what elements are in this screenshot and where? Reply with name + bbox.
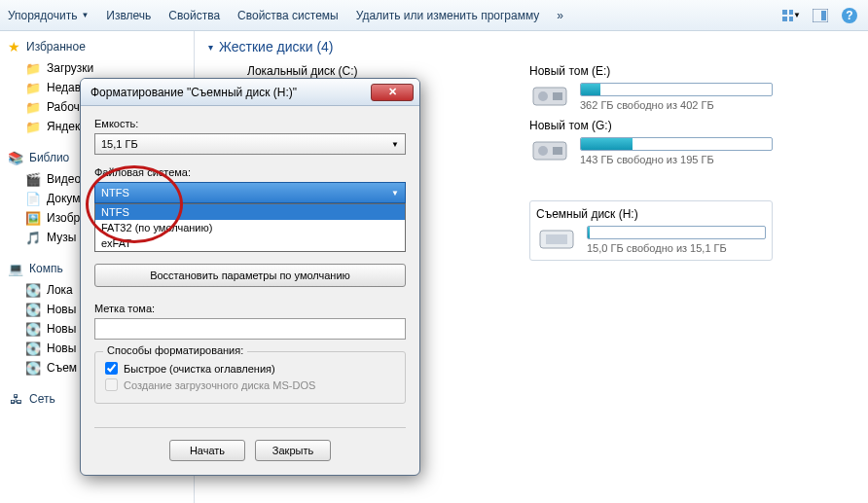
- fs-option-exfat[interactable]: exFAT: [95, 235, 405, 251]
- drive-name: Съемный диск (H:): [536, 207, 766, 221]
- folder-icon: 📁: [25, 80, 41, 95]
- properties-button[interactable]: Свойства: [168, 9, 220, 22]
- star-icon: ★: [8, 39, 20, 54]
- document-icon: 📄: [25, 191, 41, 206]
- system-properties-button[interactable]: Свойства системы: [237, 9, 339, 22]
- svg-rect-15: [546, 234, 567, 244]
- uninstall-button[interactable]: Удалить или изменить программу: [356, 9, 540, 22]
- svg-rect-5: [821, 11, 826, 20]
- drive-usage-bar: [580, 137, 773, 151]
- drive-g[interactable]: Новый том (G:) 143 ГБ свободно из 195 ГБ: [529, 119, 773, 165]
- folder-icon: 📁: [25, 99, 41, 115]
- volume-label-label: Метка тома:: [94, 303, 406, 314]
- removable-drive-icon: [536, 225, 577, 254]
- drive-icon: 💽: [25, 302, 41, 317]
- svg-rect-13: [553, 147, 562, 155]
- sidebar-favorites[interactable]: ★Избранное: [8, 39, 194, 54]
- msdos-boot-label: Создание загрузочного диска MS-DOS: [124, 379, 315, 391]
- chevron-down-icon: ▼: [81, 11, 89, 19]
- close-icon: ✕: [388, 86, 397, 98]
- music-icon: 🎵: [25, 230, 41, 245]
- svg-rect-10: [553, 92, 562, 100]
- fs-option-ntfs[interactable]: NTFS: [95, 204, 405, 220]
- capacity-label: Емкость:: [94, 118, 406, 129]
- volume-label-input[interactable]: [94, 318, 406, 340]
- close-button[interactable]: ✕: [371, 84, 414, 101]
- drive-icon: 💽: [25, 341, 41, 356]
- sidebar-item-downloads[interactable]: 📁Загрузки: [8, 58, 194, 78]
- filesystem-label: Файловая система:: [94, 166, 406, 178]
- drive-name: Новый том (G:): [529, 119, 773, 132]
- svg-text:?: ?: [846, 9, 852, 22]
- toolbar: Упорядочить▼ Извлечь Свойства Свойства с…: [0, 0, 868, 31]
- chevron-down-icon: ▼: [391, 140, 399, 149]
- help-icon[interactable]: ?: [839, 5, 860, 26]
- folder-icon: 📁: [25, 60, 41, 76]
- svg-point-12: [538, 146, 548, 156]
- computer-icon: 💻: [8, 261, 23, 276]
- hdd-icon: [529, 136, 570, 165]
- hdd-section-header[interactable]: ▾Жесткие диски (4): [208, 39, 854, 54]
- filesystem-select[interactable]: NTFS▼: [94, 182, 406, 203]
- dialog-titlebar[interactable]: Форматирование "Съемный диск (H:)" ✕: [81, 79, 419, 106]
- drive-e[interactable]: Новый том (E:) 362 ГБ свободно из 402 ГБ: [529, 64, 773, 111]
- drive-free-text: 143 ГБ свободно из 195 ГБ: [580, 154, 773, 165]
- dialog-divider: [94, 427, 406, 428]
- drive-icon: 💽: [25, 360, 41, 376]
- drive-icon: 💽: [25, 321, 41, 337]
- dialog-title-text: Форматирование "Съемный диск (H:)": [90, 86, 297, 99]
- format-options-title: Способы форматирования:: [103, 344, 247, 356]
- fs-option-fat32[interactable]: FAT32 (по умолчанию): [95, 220, 405, 235]
- msdos-boot-checkbox: [105, 378, 118, 391]
- format-options-group: Способы форматирования: Быстрое (очистка…: [94, 351, 406, 404]
- start-button[interactable]: Начать: [169, 440, 245, 461]
- close-dialog-button[interactable]: Закрыть: [255, 440, 331, 461]
- extract-button[interactable]: Извлечь: [106, 9, 151, 22]
- drive-usage-bar: [587, 226, 766, 239]
- quick-format-label: Быстрое (очистка оглавления): [124, 363, 275, 375]
- capacity-select[interactable]: 15,1 ГБ▼: [94, 133, 406, 155]
- organize-menu[interactable]: Упорядочить▼: [8, 9, 89, 22]
- drive-name: Локальный диск (C:): [247, 64, 490, 78]
- folder-icon: 📁: [25, 119, 41, 134]
- video-icon: 🎬: [25, 171, 41, 187]
- drive-free-text: 15,0 ГБ свободно из 15,1 ГБ: [587, 242, 766, 254]
- drive-usage-bar: [580, 83, 773, 96]
- chevron-down-icon: ▼: [391, 189, 399, 198]
- format-dialog: Форматирование "Съемный диск (H:)" ✕ Емк…: [80, 78, 420, 476]
- library-icon: 📚: [8, 150, 23, 165]
- restore-defaults-button[interactable]: Восстановить параметры по умолчанию: [94, 264, 406, 287]
- picture-icon: 🖼️: [25, 210, 41, 226]
- svg-point-9: [538, 91, 548, 101]
- drive-name: Новый том (E:): [529, 64, 773, 78]
- filesystem-dropdown: NTFS FAT32 (по умолчанию) exFAT: [94, 203, 406, 252]
- quick-format-checkbox[interactable]: [105, 362, 118, 375]
- chevron-down-icon: ▾: [208, 42, 213, 53]
- view-options-icon[interactable]: ▼: [780, 5, 802, 26]
- preview-pane-icon[interactable]: [810, 5, 831, 26]
- svg-rect-0: [782, 10, 787, 15]
- drive-icon: 💽: [25, 282, 41, 298]
- toolbar-more[interactable]: »: [557, 9, 563, 22]
- hdd-icon: [529, 82, 570, 111]
- drive-h[interactable]: Съемный диск (H:) 15,0 ГБ свободно из 15…: [529, 200, 773, 261]
- drive-free-text: 362 ГБ свободно из 402 ГБ: [580, 99, 773, 111]
- network-icon: 🖧: [8, 391, 23, 407]
- svg-rect-2: [782, 17, 787, 21]
